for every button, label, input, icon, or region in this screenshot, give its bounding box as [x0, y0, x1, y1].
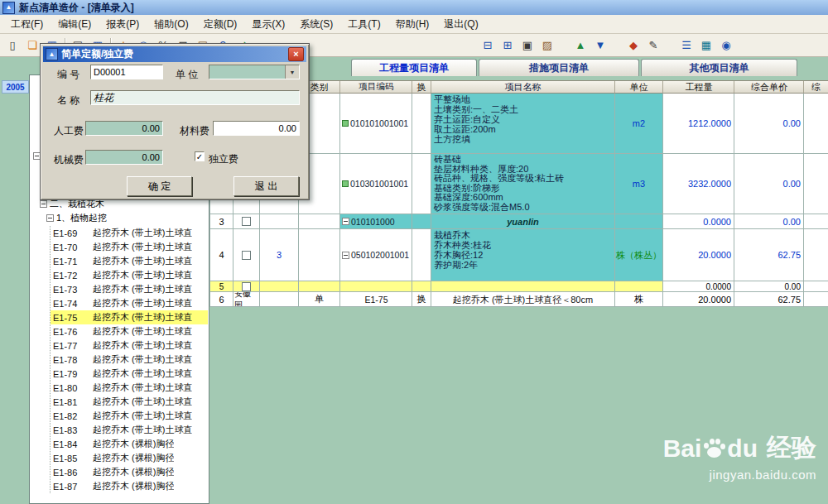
- menu-item[interactable]: 显示(X): [244, 15, 292, 34]
- cell-qty[interactable]: 0.0000: [663, 214, 734, 229]
- tab-other-list[interactable]: 其他项目清单: [641, 59, 797, 76]
- tree-item[interactable]: E1-87 起挖乔木 (裸根)胸径: [51, 479, 208, 493]
- name-input[interactable]: 桂花: [90, 90, 300, 105]
- menu-item[interactable]: 工程(F): [3, 15, 51, 34]
- cell-code[interactable]: 010301001001: [340, 154, 412, 214]
- menu-item[interactable]: 定额(D): [196, 15, 245, 34]
- material-input[interactable]: 0.00: [213, 121, 300, 136]
- collapse-icon[interactable]: [46, 214, 54, 222]
- table-row[interactable]: 3 010101000 yuanlin 0.0000 0.00: [210, 214, 828, 229]
- menu-item[interactable]: 系统(S): [292, 15, 340, 34]
- standalone-fee-checkbox[interactable]: ✓: [195, 151, 205, 161]
- close-icon[interactable]: ×: [288, 47, 304, 61]
- cell-unit[interactable]: 株（株丛）: [615, 229, 663, 281]
- table-row[interactable]: 5 0.0000 0.00: [210, 281, 828, 292]
- cell-name[interactable]: [431, 281, 615, 292]
- cell-qty[interactable]: 20.0000: [663, 292, 734, 307]
- menu-item[interactable]: 辅助(O): [147, 15, 195, 34]
- tree-item[interactable]: E1-83 起挖乔木 (带土球)土球直径: [51, 423, 208, 437]
- watermark: Baidu 经验 jingyan.baidu.com: [663, 431, 816, 482]
- header-name: 项目名称: [431, 81, 615, 94]
- tree-item[interactable]: E1-81 起挖乔木 (带土球)土球直径: [51, 395, 208, 409]
- tab-measures-list[interactable]: 措施项目清单: [479, 59, 639, 76]
- tree-item[interactable]: E1-78 起挖乔木 (带土球)土球直径: [51, 353, 208, 367]
- ok-button[interactable]: 确 定: [127, 176, 192, 196]
- machine-input[interactable]: 0.00: [85, 150, 163, 165]
- labor-input[interactable]: 0.00: [85, 121, 163, 136]
- tree-item[interactable]: E1-82 起挖乔木 (带土球)土球直径: [51, 409, 208, 423]
- row-checkbox[interactable]: [242, 282, 251, 291]
- tree-item[interactable]: E1-69 起挖乔木 (带土球)土球直径: [51, 226, 208, 240]
- search-button[interactable]: ◉: [716, 36, 736, 55]
- table-row[interactable]: 4 3 050102001001 栽植乔木 乔木种类:桂花 乔木胸径:12 养护…: [210, 229, 828, 281]
- tree-item[interactable]: E1-85 起挖乔木 (裸根)胸径: [51, 451, 208, 465]
- cell-qty[interactable]: 20.0000: [663, 229, 734, 281]
- tree-group[interactable]: 1、植物起挖: [46, 212, 107, 224]
- expand-all-button[interactable]: ⊞: [498, 36, 518, 55]
- tree-item[interactable]: E1-80 起挖乔木 (带土球)土球直径: [51, 381, 208, 395]
- cell-name[interactable]: 栽植乔木 乔木种类:桂花 乔木胸径:12 养护期:2年: [431, 229, 615, 281]
- collapse-icon[interactable]: [342, 218, 349, 225]
- cell-unit[interactable]: 株: [615, 292, 663, 307]
- tree-item[interactable]: E1-77 起挖乔木 (带土球)土球直径: [51, 338, 208, 353]
- grid-button[interactable]: ▦: [696, 36, 716, 55]
- cell-name[interactable]: 砖基础 垫层材料种类、厚度:20 砖品种、规格、强度等级:粘土砖 基础类别:阶梯…: [431, 154, 615, 214]
- menu-item[interactable]: 报表(P): [99, 15, 147, 34]
- menu-item[interactable]: 退出(Q): [436, 15, 485, 34]
- tree-item-name: 起挖乔木 (裸根)胸径: [93, 452, 174, 464]
- cell-name[interactable]: 平整场地 土壤类别:一、二类土 弃土运距:自定义 取土运距:200m 土方挖填: [431, 94, 615, 154]
- lock-button[interactable]: ◆: [623, 36, 643, 55]
- tree-item[interactable]: E1-70 起挖乔木 (带土球)土球直径: [51, 240, 208, 254]
- cell-code[interactable]: 050102001001: [340, 229, 412, 281]
- cell-price[interactable]: 62.75: [734, 229, 804, 281]
- list-button[interactable]: ☰: [676, 36, 696, 55]
- tree-item[interactable]: E1-73 起挖乔木 (带土球)土球直径: [51, 282, 208, 296]
- cell-price[interactable]: 0.00: [734, 281, 804, 292]
- cell-name[interactable]: 起挖乔木 (带土球)土球直径＜80cm: [431, 292, 615, 307]
- tree-item[interactable]: E1-76 起挖乔木 (带土球)土球直径: [51, 324, 208, 338]
- cell-unit[interactable]: m2: [615, 94, 663, 154]
- collapse-all-button[interactable]: ⊟: [478, 36, 498, 55]
- row-checkbox[interactable]: [242, 217, 251, 226]
- copy-button[interactable]: ▣: [518, 36, 537, 55]
- paste-button[interactable]: ▨: [537, 36, 557, 55]
- collapse-icon[interactable]: [342, 252, 349, 259]
- cell-qty[interactable]: 1212.0000: [663, 94, 734, 154]
- tab-quantity-list[interactable]: 工程量项目清单: [351, 59, 477, 76]
- row-checkbox[interactable]: [242, 251, 251, 260]
- cell-price[interactable]: 62.75: [734, 292, 804, 307]
- unit-combobox[interactable]: ▼: [209, 65, 300, 79]
- cell-code[interactable]: 010101001001: [340, 94, 412, 154]
- edit-button[interactable]: ✎: [643, 36, 663, 55]
- tree-item[interactable]: E1-79 起挖乔木 (带土球)土球直径: [51, 367, 208, 381]
- cell-unit[interactable]: m3: [615, 154, 663, 214]
- tree-item[interactable]: E1-84 起挖乔木 (裸根)胸径: [51, 437, 208, 451]
- cell-code[interactable]: E1-75: [340, 292, 412, 307]
- code-input[interactable]: D00001: [90, 65, 163, 79]
- cell-name[interactable]: yuanlin: [431, 214, 615, 229]
- cell-qty[interactable]: 3232.0000: [663, 154, 734, 214]
- cell-unit[interactable]: [615, 214, 663, 229]
- move-up-button[interactable]: ▲: [570, 36, 590, 55]
- table-row[interactable]: 6 安徽园 单 E1-75 换 起挖乔木 (带土球)土球直径＜80cm 株 20…: [210, 292, 828, 307]
- tree-item[interactable]: E1-75 起挖乔木 (带土球)土球直径: [51, 310, 208, 324]
- cell-code[interactable]: 010101000: [340, 214, 412, 229]
- cell-qty[interactable]: 0.0000: [663, 281, 734, 292]
- cell-unit[interactable]: [615, 281, 663, 292]
- menu-item[interactable]: 编辑(E): [51, 15, 99, 34]
- cell-price[interactable]: 0.00: [734, 154, 804, 214]
- tree-item[interactable]: E1-74 起挖乔木 (带土球)土球直径: [51, 296, 208, 310]
- menu-item[interactable]: 帮助(H): [388, 15, 437, 34]
- move-down-button[interactable]: ▼: [590, 36, 610, 55]
- cell-price[interactable]: 0.00: [734, 214, 804, 229]
- cell-price[interactable]: 0.00: [734, 94, 804, 154]
- tree-item[interactable]: E1-86 起挖乔木 (裸根)胸径: [51, 465, 208, 479]
- new-button[interactable]: ▯: [2, 36, 22, 55]
- collapse-icon[interactable]: [40, 200, 47, 208]
- cell-code[interactable]: [340, 281, 412, 292]
- tree-item[interactable]: E1-72 起挖乔木 (带土球)土球直径: [51, 268, 208, 282]
- exit-button[interactable]: 退 出: [233, 176, 299, 196]
- tree-item[interactable]: E1-71 起挖乔木 (带土球)土球直径: [51, 254, 208, 268]
- menu-item[interactable]: 工具(T): [340, 15, 388, 34]
- chevron-down-icon[interactable]: ▼: [285, 65, 299, 79]
